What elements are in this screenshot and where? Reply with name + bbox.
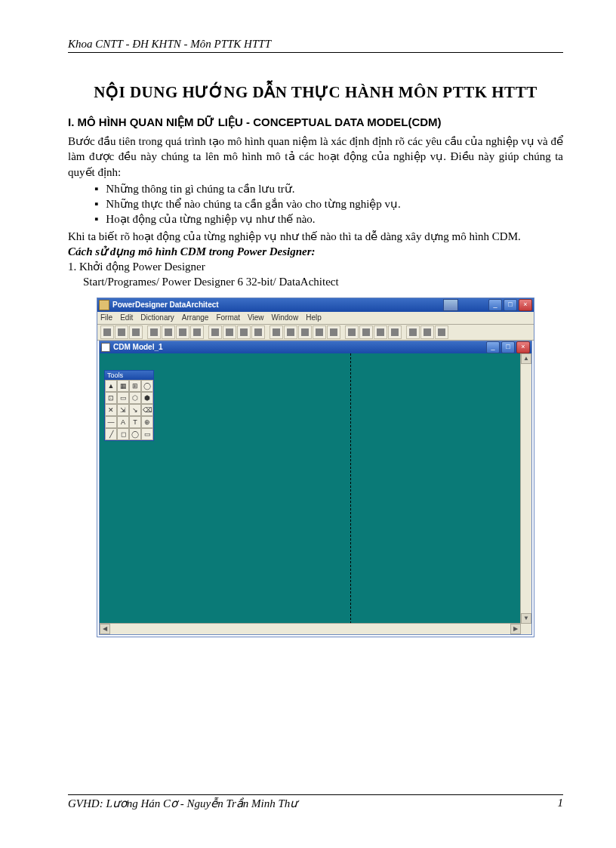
app-icon (99, 300, 109, 310)
doc-close-button[interactable]: × (516, 341, 530, 353)
tool-polyline[interactable]: ╱ (105, 428, 117, 440)
footer-author: GVHD: Lương Hán Cơ - Nguyễn Trần Minh Th… (68, 797, 297, 810)
tool-delete[interactable]: ✕ (105, 404, 117, 416)
toolbar-button[interactable] (284, 325, 297, 339)
scroll-left-icon[interactable]: ◀ (100, 624, 110, 634)
bullet-item: Những thông tin gì chúng ta cần lưu trữ. (94, 181, 563, 196)
tool-note[interactable]: ⊕ (141, 416, 153, 428)
section-heading: I. MÔ HÌNH QUAN NIỆM DỮ LIỆU - CONCEPTUA… (68, 116, 563, 129)
toolbar-button[interactable] (327, 325, 340, 339)
tool-rounded-rect[interactable]: ▭ (141, 428, 153, 440)
doc-minimize-button[interactable]: _ (486, 341, 500, 353)
tool-text-a[interactable]: A (117, 416, 129, 428)
tool-grabber[interactable]: ▦ (117, 380, 129, 392)
tools-palette-title: Tools (105, 371, 153, 380)
bullet-item: Những thực thể nào chúng ta cần gắn vào … (94, 196, 563, 211)
menu-format[interactable]: Format (216, 313, 240, 322)
document-icon (101, 343, 110, 352)
menu-view[interactable]: View (248, 313, 264, 322)
menu-file[interactable]: File (100, 313, 112, 322)
menu-help[interactable]: Help (306, 313, 322, 322)
document-titlebar: CDM Model_1 _ □ × (100, 341, 531, 353)
toolbar-button[interactable] (374, 325, 387, 339)
usage-subheading: Cách sử dụng mô hình CDM trong Power Des… (68, 244, 563, 259)
toolbar-button[interactable] (435, 325, 448, 339)
app-screenshot: PowerDesigner DataArchitect _ □ × File E… (97, 298, 534, 637)
toolbar-button[interactable] (345, 325, 359, 339)
maximize-button[interactable]: □ (504, 299, 517, 311)
document-window: CDM Model_1 _ □ × Tools ▲ ▦ ⊞ (99, 341, 532, 635)
vertical-scrollbar[interactable]: ▲ ▼ (520, 353, 531, 624)
menu-dictionary[interactable]: Dictionary (140, 313, 174, 322)
close-button[interactable]: × (519, 299, 532, 311)
tool-link[interactable]: ↘ (129, 404, 141, 416)
page-number: 1 (558, 797, 564, 810)
page-divider (350, 353, 351, 624)
paragraph-intro: Bước đầu tiên trong quá trình tạo mô hìn… (68, 134, 563, 180)
toolbar-button[interactable] (237, 325, 251, 339)
tool-entity[interactable]: ⊡ (105, 392, 117, 404)
toolbar-button[interactable] (176, 325, 189, 339)
tool-inheritance[interactable]: ⬡ (129, 392, 141, 404)
toolbar (97, 325, 534, 341)
tool-line[interactable]: — (105, 416, 117, 428)
toolbar-button[interactable] (162, 325, 175, 339)
step-1: 1. Khởi động Power Designer (68, 259, 563, 274)
step-1-path: Start/Programes/ Power Designer 6 32-bit… (83, 274, 563, 289)
menu-window[interactable]: Window (272, 313, 299, 322)
tool-association[interactable]: ⬢ (141, 392, 153, 404)
scroll-up-icon[interactable]: ▲ (521, 353, 531, 364)
menu-arrange[interactable]: Arrange (182, 313, 209, 322)
toolbar-button[interactable] (420, 325, 434, 339)
document-title: CDM Model_1 (113, 343, 486, 351)
toolbar-button[interactable] (251, 325, 265, 339)
toolbar-button[interactable] (388, 325, 402, 339)
scroll-right-icon[interactable]: ▶ (510, 624, 521, 634)
app-titlebar: PowerDesigner DataArchitect _ □ × (97, 298, 534, 312)
paragraph-after-bullets: Khi ta biết rõ hoạt động của từng nghiệp… (68, 229, 563, 244)
doc-maximize-button[interactable]: □ (501, 341, 515, 353)
tool-rectangle[interactable]: ◻ (117, 428, 129, 440)
toolbar-button[interactable] (115, 325, 128, 339)
tool-relationship[interactable]: ▭ (117, 392, 129, 404)
tool-text-t[interactable]: T (129, 416, 141, 428)
toolbar-button[interactable] (223, 325, 236, 339)
toolbar-button[interactable] (100, 325, 114, 339)
tool-ellipse[interactable]: ◯ (129, 428, 141, 440)
toolbar-button[interactable] (129, 325, 143, 339)
tool-pointer[interactable]: ▲ (105, 380, 117, 392)
toolbar-button[interactable] (147, 325, 161, 339)
tool-zoom-out[interactable]: ◯ (141, 380, 153, 392)
tools-palette[interactable]: Tools ▲ ▦ ⊞ ◯ ⊡ ▭ ⬡ ⬢ ✕ ⇲ ↘ (104, 370, 154, 441)
titlebar-widget-icon (443, 299, 458, 311)
toolbar-button[interactable] (208, 325, 222, 339)
app-title: PowerDesigner DataArchitect (112, 301, 443, 309)
scroll-down-icon[interactable]: ▼ (521, 613, 531, 624)
toolbar-button[interactable] (298, 325, 312, 339)
toolbar-button[interactable] (270, 325, 283, 339)
toolbar-button[interactable] (313, 325, 326, 339)
menubar: File Edit Dictionary Arrange Format View… (97, 312, 534, 325)
menu-edit[interactable]: Edit (120, 313, 133, 322)
bullet-list: Những thông tin gì chúng ta cần lưu trữ.… (94, 181, 563, 227)
tool-move[interactable]: ⇲ (117, 404, 129, 416)
minimize-button[interactable]: _ (488, 299, 502, 311)
toolbar-button[interactable] (359, 325, 373, 339)
scrollbar-corner (521, 624, 531, 634)
design-canvas[interactable]: Tools ▲ ▦ ⊞ ◯ ⊡ ▭ ⬡ ⬢ ✕ ⇲ ↘ (100, 353, 531, 624)
horizontal-scrollbar[interactable]: ◀ ▶ (100, 623, 521, 634)
tool-zoom-in[interactable]: ⊞ (129, 380, 141, 392)
tool-erase[interactable]: ⌫ (141, 404, 153, 416)
page-header: Khoa CNTT - ĐH KHTN - Môn PTTK HTTT (68, 38, 563, 53)
document-title: NỘI DUNG HƯỚNG DẪN THỰC HÀNH MÔN PTTK HT… (68, 83, 563, 102)
bullet-item: Hoạt động của từng nghiệp vụ như thế nào… (94, 211, 563, 227)
toolbar-button[interactable] (190, 325, 204, 339)
toolbar-button[interactable] (406, 325, 420, 339)
